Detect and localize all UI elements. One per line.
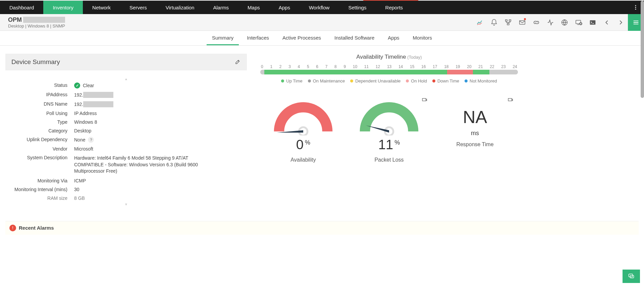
alarm-icon: !	[9, 225, 16, 231]
value-ipaddress: 192.	[74, 92, 202, 98]
device-summary-header: Device Summary	[5, 54, 247, 70]
value-dnsname: 192.	[74, 101, 202, 107]
ping-icon[interactable]	[421, 97, 428, 104]
globe-icon[interactable]	[557, 14, 572, 31]
monitor-off-icon[interactable]	[572, 14, 586, 31]
label-interval: Monitoring Interval (mins)	[5, 187, 74, 192]
dns-redacted	[83, 101, 113, 107]
tab-active-processes[interactable]: Active Processes	[277, 31, 326, 45]
tab-apps[interactable]: Apps	[382, 31, 405, 45]
edit-icon[interactable]	[235, 59, 241, 66]
legend-dot-icon	[406, 79, 409, 82]
gauge-availability: 0% Availability	[260, 100, 346, 163]
value-vendor: Microsoft	[74, 146, 202, 152]
label-dnsname: DNS Name	[5, 101, 74, 107]
ping-icon-2[interactable]	[507, 97, 514, 104]
tab-interfaces[interactable]: Interfaces	[241, 31, 274, 45]
sub-header: OPM Desktop | Windows 8 | SNMP	[0, 14, 644, 31]
legend-dot-icon	[432, 79, 435, 82]
timeline-segment	[473, 70, 490, 74]
nav-more-icon[interactable]	[630, 1, 641, 14]
legend-item: Dependent Unavailable	[350, 78, 400, 83]
device-summary-body: ▲ Status Clear IPAddress 192. DNS Name 1…	[5, 70, 247, 206]
terminal-icon[interactable]	[586, 14, 600, 31]
tab-monitors[interactable]: Monitors	[408, 31, 438, 45]
vertical-scrollbar[interactable]	[641, 1, 644, 98]
value-category: Desktop	[74, 128, 202, 133]
device-title: OPM	[8, 16, 65, 23]
next-device-icon[interactable]	[614, 14, 628, 31]
activity-icon[interactable]	[543, 14, 557, 31]
label-uplink: Uplink Dependency	[5, 137, 74, 142]
svg-rect-4	[509, 19, 511, 21]
nav-settings[interactable]: Settings	[339, 1, 376, 14]
gauge-availability-label: Availability	[260, 157, 346, 163]
header-actions	[473, 14, 644, 31]
legend-dot-icon	[465, 79, 468, 82]
nav-virtualization[interactable]: Virtualization	[156, 1, 204, 14]
prev-device-icon[interactable]	[600, 14, 614, 31]
value-ram: 8 GB	[74, 195, 202, 201]
value-uplink: None?	[74, 137, 202, 143]
label-status: Status	[5, 82, 74, 88]
timeline-segment	[260, 70, 264, 74]
gauge-packet-loss: 11% Packet Loss	[346, 100, 432, 163]
value-pollusing: IP Address	[74, 111, 202, 116]
legend-item: Down Time	[432, 78, 459, 83]
device-title-prefix: OPM	[8, 16, 22, 23]
svg-rect-16	[508, 99, 512, 101]
value-monvia: ICMP	[74, 178, 202, 183]
gauge-packet-loss-svg	[359, 100, 419, 135]
status-check-icon	[74, 82, 80, 89]
detail-tabs: Summary Interfaces Active Processes Inst…	[0, 31, 644, 46]
tab-installed-software[interactable]: Installed Software	[329, 31, 380, 45]
svg-rect-5	[507, 23, 509, 25]
ip-redacted	[83, 92, 113, 98]
svg-rect-3	[505, 19, 507, 21]
mail-icon[interactable]	[515, 14, 529, 31]
nav-network[interactable]: Network	[83, 1, 120, 14]
nav-servers[interactable]: Servers	[120, 1, 156, 14]
scroll-up-icon[interactable]: ▲	[5, 77, 247, 81]
main-nav: Dashboard Inventory Network Servers Virt…	[0, 1, 644, 14]
svg-point-1	[635, 7, 636, 8]
legend-dot-icon	[281, 79, 284, 82]
label-vendor: Vendor	[5, 146, 74, 152]
recent-alarms-label: Recent Alarms	[19, 225, 54, 231]
svg-point-2	[635, 9, 636, 10]
value-type: Windows 8	[74, 119, 202, 125]
svg-rect-13	[422, 99, 426, 101]
device-title-redacted	[23, 17, 65, 23]
device-summary-title: Device Summary	[11, 58, 60, 66]
gauge-response-time-value: NA	[432, 100, 518, 127]
scroll-down-icon[interactable]: ▼	[5, 203, 247, 206]
link-icon[interactable]	[529, 14, 543, 31]
timeline-legend: Up TimeOn MaintenanceDependent Unavailab…	[260, 78, 518, 83]
label-pollusing: Poll Using	[5, 111, 74, 116]
timeline-title: Availability Timeline (Today)	[260, 54, 518, 60]
mail-notification-dot	[524, 18, 526, 20]
nav-reports[interactable]: Reports	[376, 1, 413, 14]
chart-icon[interactable]	[473, 14, 487, 31]
nav-alarms[interactable]: Alarms	[204, 1, 238, 14]
value-interval: 30	[74, 187, 202, 192]
recent-alarms-header[interactable]: ! Recent Alarms	[5, 221, 639, 235]
gauge-packet-loss-label: Packet Loss	[346, 157, 432, 163]
gauge-packet-loss-value: 11%	[346, 137, 432, 152]
nav-inventory[interactable]: Inventory	[43, 1, 83, 14]
nav-dashboard[interactable]: Dashboard	[0, 1, 43, 14]
gauge-response-time: NA ms Response Time	[432, 100, 518, 163]
legend-item: On Hold	[406, 78, 427, 83]
tab-summary[interactable]: Summary	[207, 31, 239, 45]
help-icon[interactable]: ?	[88, 137, 94, 143]
topology-icon[interactable]	[501, 14, 515, 31]
nav-maps[interactable]: Maps	[238, 1, 269, 14]
svg-rect-10	[590, 20, 596, 24]
nav-apps[interactable]: Apps	[269, 1, 300, 14]
nav-workflow[interactable]: Workflow	[300, 1, 339, 14]
gauge-availability-svg	[273, 100, 333, 135]
timeline-bar[interactable]	[260, 70, 518, 74]
value-sysdesc: Hardware: Intel64 Family 6 Model 58 Step…	[74, 155, 202, 175]
bell-icon[interactable]	[487, 14, 501, 31]
legend-item: On Maintenance	[308, 78, 345, 83]
